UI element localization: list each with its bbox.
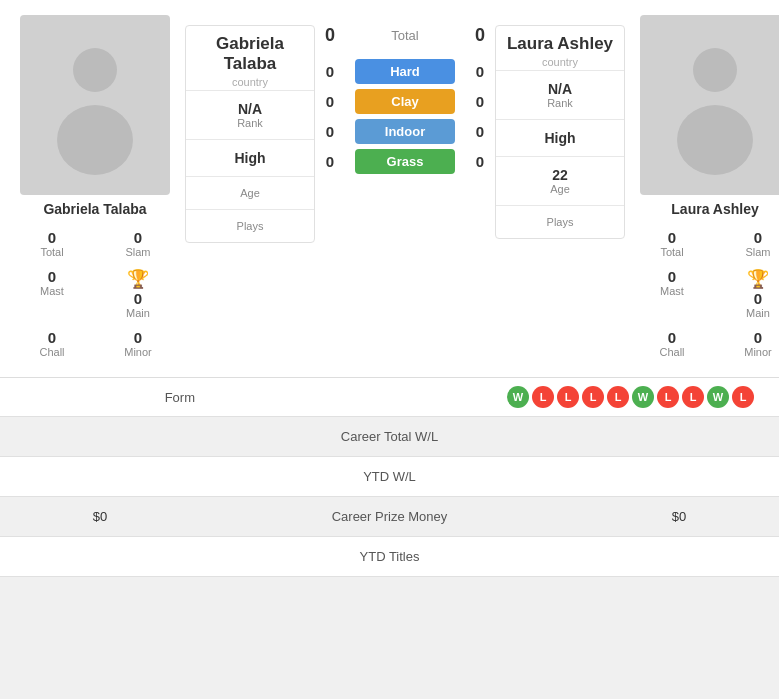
stat-total-right: 0 Total bbox=[630, 225, 714, 262]
prize-right: $0 bbox=[579, 497, 779, 536]
ytd-titles-label: YTD Titles bbox=[200, 537, 579, 576]
stat-main-right: 🏆 0 Main bbox=[716, 264, 779, 323]
stat-chall-left: 0 Chall bbox=[10, 325, 94, 362]
right-info-rank: N/A Rank bbox=[496, 70, 624, 119]
player-left-stats: 0 Total 0 Slam 0 Mast 🏆 0 Main 0 bbox=[10, 225, 180, 362]
left-info-name-wrapper: Gabriela Talaba country bbox=[186, 26, 314, 90]
player-left-avatar bbox=[20, 15, 170, 195]
player-right-name: Laura Ashley bbox=[671, 201, 758, 217]
center-panel: 0 Total 0 0 Hard 0 0 Clay 0 0 Indoor 0 0 bbox=[320, 15, 490, 362]
form-badge-w: W bbox=[707, 386, 729, 408]
stat-minor-left: 0 Minor bbox=[96, 325, 180, 362]
player-right-info-panel: Laura Ashley country N/A Rank High 22 Ag… bbox=[495, 25, 625, 239]
career-prize-row: $0 Career Prize Money $0 bbox=[0, 497, 779, 537]
players-section: Gabriela Talaba 0 Total 0 Slam 0 Mast 🏆 … bbox=[0, 0, 779, 377]
svg-point-2 bbox=[693, 48, 737, 92]
player-left-card: Gabriela Talaba 0 Total 0 Slam 0 Mast 🏆 … bbox=[10, 15, 180, 362]
form-badge-l: L bbox=[532, 386, 554, 408]
total-row: 0 Total 0 bbox=[320, 25, 490, 46]
left-info-name: Gabriela Talaba bbox=[191, 34, 309, 74]
indoor-row: 0 Indoor 0 bbox=[320, 119, 490, 144]
career-total-label: Career Total W/L bbox=[200, 417, 579, 456]
svg-point-1 bbox=[57, 105, 133, 175]
hard-row: 0 Hard 0 bbox=[320, 59, 490, 84]
grass-row: 0 Grass 0 bbox=[320, 149, 490, 174]
hard-badge: Hard bbox=[355, 59, 455, 84]
clay-row: 0 Clay 0 bbox=[320, 89, 490, 114]
form-badge-l: L bbox=[582, 386, 604, 408]
form-badge-l: L bbox=[607, 386, 629, 408]
player-left-name: Gabriela Talaba bbox=[43, 201, 146, 217]
stat-minor-right: 0 Minor bbox=[716, 325, 779, 362]
form-badge-l: L bbox=[732, 386, 754, 408]
left-info-age: Age bbox=[186, 176, 314, 209]
career-prize-label: Career Prize Money bbox=[200, 497, 579, 536]
ytd-titles-row: YTD Titles bbox=[0, 537, 779, 577]
form-label: Form bbox=[15, 390, 215, 405]
form-badge-l: L bbox=[557, 386, 579, 408]
stat-total-left: 0 Total bbox=[10, 225, 94, 262]
ytd-wl-row: YTD W/L bbox=[0, 457, 779, 497]
grass-badge: Grass bbox=[355, 149, 455, 174]
ytd-wl-label: YTD W/L bbox=[200, 457, 579, 496]
prize-left: $0 bbox=[0, 497, 200, 536]
stat-mast-right: 0 Mast bbox=[630, 264, 714, 323]
left-info-high: High bbox=[186, 139, 314, 176]
svg-point-3 bbox=[677, 105, 753, 175]
right-info-name-wrapper: Laura Ashley country bbox=[496, 26, 624, 70]
right-info-plays: Plays bbox=[496, 205, 624, 238]
player-right-stats: 0 Total 0 Slam 0 Mast 🏆 0 Main 0 bbox=[630, 225, 779, 362]
player-left-info-panel: Gabriela Talaba country N/A Rank High Ag… bbox=[185, 25, 315, 243]
stat-slam-left: 0 Slam bbox=[96, 225, 180, 262]
right-info-country: country bbox=[501, 56, 619, 68]
form-badge-l: L bbox=[682, 386, 704, 408]
career-total-row: Career Total W/L bbox=[0, 417, 779, 457]
stat-main-left: 🏆 0 Main bbox=[96, 264, 180, 323]
player-right-avatar bbox=[640, 15, 779, 195]
trophy-icon-right: 🏆 bbox=[747, 268, 769, 290]
form-badge-l: L bbox=[657, 386, 679, 408]
main-container: Gabriela Talaba 0 Total 0 Slam 0 Mast 🏆 … bbox=[0, 0, 779, 577]
clay-badge: Clay bbox=[355, 89, 455, 114]
form-badge-w: W bbox=[507, 386, 529, 408]
form-badge-w: W bbox=[632, 386, 654, 408]
svg-point-0 bbox=[73, 48, 117, 92]
form-badges: WLLLLWLLWL bbox=[215, 386, 764, 408]
stat-chall-right: 0 Chall bbox=[630, 325, 714, 362]
left-info-plays: Plays bbox=[186, 209, 314, 242]
stat-mast-left: 0 Mast bbox=[10, 264, 94, 323]
stat-slam-right: 0 Slam bbox=[716, 225, 779, 262]
right-info-high: High bbox=[496, 119, 624, 156]
right-info-age: 22 Age bbox=[496, 156, 624, 205]
right-info-name: Laura Ashley bbox=[501, 34, 619, 54]
form-row: Form WLLLLWLLWL bbox=[0, 378, 779, 417]
trophy-icon-left: 🏆 bbox=[127, 268, 149, 290]
left-info-country: country bbox=[191, 76, 309, 88]
player-right-card: Laura Ashley 0 Total 0 Slam 0 Mast 🏆 0 bbox=[630, 15, 779, 362]
indoor-badge: Indoor bbox=[355, 119, 455, 144]
left-info-rank: N/A Rank bbox=[186, 90, 314, 139]
bottom-section: Form WLLLLWLLWL Career Total W/L YTD W/L… bbox=[0, 377, 779, 577]
